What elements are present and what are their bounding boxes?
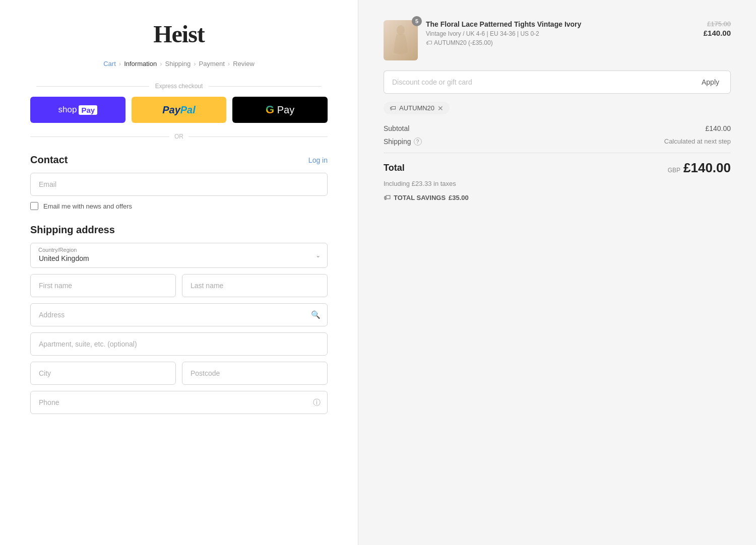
product-prices: £175.00 £140.00 <box>704 20 731 37</box>
breadcrumb-information: Information <box>124 60 157 67</box>
contact-section-header: Contact Log in <box>30 154 328 166</box>
product-row: 5 The Floral Lace Patterned Tights Vinta… <box>384 20 731 60</box>
email-input[interactable] <box>30 173 328 196</box>
postcode-group <box>182 362 328 385</box>
first-name-input[interactable] <box>30 274 176 297</box>
subtotal-line: Subtotal £140.00 <box>384 124 731 132</box>
divider <box>384 153 731 153</box>
savings-tag-icon: 🏷 <box>384 193 391 201</box>
last-name-group <box>182 274 328 297</box>
express-label: Express checkout <box>30 83 328 90</box>
postcode-input[interactable] <box>182 362 328 385</box>
log-in-link[interactable]: Log in <box>308 156 328 164</box>
breadcrumb-cart[interactable]: Cart <box>103 60 116 67</box>
product-discount-tag: 🏷 AUTUMN20 (-£35.00) <box>426 39 696 46</box>
discount-form: Apply <box>384 71 731 94</box>
country-select-group: Country/Region United Kingdom ⌄ <box>30 243 328 268</box>
total-label: Total <box>384 163 405 173</box>
name-row <box>30 274 328 297</box>
svg-point-0 <box>397 25 405 35</box>
express-buttons: shopPay PayPal G Pay <box>30 97 328 123</box>
quantity-badge: 5 <box>412 16 422 26</box>
remove-discount-button[interactable]: ✕ <box>437 105 444 112</box>
discount-tag: 🏷 AUTUMN20 ✕ <box>384 102 450 114</box>
total-value-wrap: GBP £140.00 <box>668 160 731 176</box>
product-image <box>384 20 418 60</box>
country-select[interactable]: United Kingdom <box>30 243 328 268</box>
product-thumbnail <box>391 25 411 55</box>
apartment-input[interactable] <box>30 332 328 356</box>
city-postcode-row <box>30 362 328 385</box>
breadcrumb-payment: Payment <box>199 60 224 67</box>
apartment-field-group <box>30 332 328 356</box>
total-currency: GBP <box>668 167 680 174</box>
product-name: The Floral Lace Patterned Tights Vintage… <box>426 20 696 28</box>
newsletter-label: Email me with news and offers <box>43 202 132 210</box>
breadcrumb-review: Review <box>233 60 255 67</box>
city-input[interactable] <box>30 362 176 385</box>
applied-code: AUTUMN20 <box>399 104 434 112</box>
last-name-input[interactable] <box>182 274 328 297</box>
first-name-group <box>30 274 176 297</box>
shipping-label: Shipping ? <box>384 138 422 146</box>
tag-icon-small: 🏷 <box>390 104 396 112</box>
product-image-wrap: 5 <box>384 20 418 60</box>
price-original: £175.00 <box>704 20 731 28</box>
phone-field-group: ⓘ <box>30 391 328 414</box>
or-divider: OR <box>30 133 328 140</box>
tax-note: Including £23.33 in taxes <box>384 180 731 187</box>
apply-button[interactable]: Apply <box>690 71 731 94</box>
newsletter-row: Email me with news and offers <box>30 202 328 210</box>
shopify-pay-button[interactable]: shopPay <box>30 97 125 123</box>
product-info: The Floral Lace Patterned Tights Vintage… <box>426 20 696 46</box>
email-field-group <box>30 173 328 196</box>
subtotal-value: £140.00 <box>705 124 731 132</box>
newsletter-checkbox[interactable] <box>30 202 38 210</box>
shipping-section-title: Shipping address <box>30 224 328 236</box>
separator: › <box>194 60 196 67</box>
product-variant: Vintage Ivory / UK 4-6 | EU 34-36 | US 0… <box>426 30 696 37</box>
total-value: £140.00 <box>683 160 731 176</box>
logo: Heist <box>30 20 328 48</box>
shipping-line: Shipping ? Calculated at next step <box>384 138 731 146</box>
gpay-button[interactable]: G Pay <box>232 97 328 123</box>
separator: › <box>160 60 162 67</box>
subtotal-label: Subtotal <box>384 124 409 132</box>
left-panel: Heist Cart › Information › Shipping › Pa… <box>0 0 358 545</box>
address-input[interactable] <box>30 303 328 326</box>
separator: › <box>119 60 121 67</box>
shipping-info-icon: ? <box>414 138 422 146</box>
gpay-label: G Pay <box>266 103 294 116</box>
brand-name: Heist <box>153 21 205 47</box>
breadcrumb: Cart › Information › Shipping › Payment … <box>30 60 328 67</box>
city-group <box>30 362 176 385</box>
tag-icon: 🏷 <box>426 39 432 46</box>
discount-input[interactable] <box>384 71 690 94</box>
paypal-button[interactable]: PayPal <box>132 97 227 123</box>
price-current: £140.00 <box>704 29 731 37</box>
search-icon: 🔍 <box>311 310 321 319</box>
paypal-label: PayPal <box>162 104 196 116</box>
address-field-group: 🔍 <box>30 303 328 326</box>
help-icon: ⓘ <box>313 398 321 407</box>
savings-row: 🏷 TOTAL SAVINGS £35.00 <box>384 193 731 201</box>
total-line: Total GBP £140.00 <box>384 160 731 176</box>
separator: › <box>228 60 230 67</box>
shipping-value: Calculated at next step <box>664 138 731 146</box>
shopify-pay-label: shopPay <box>58 105 98 115</box>
savings-label: TOTAL SAVINGS <box>394 194 446 201</box>
contact-title: Contact <box>30 154 68 166</box>
phone-input[interactable] <box>30 391 328 414</box>
savings-value: £35.00 <box>449 194 469 201</box>
discount-tag-row: 🏷 AUTUMN20 ✕ <box>384 102 731 114</box>
right-panel: 5 The Floral Lace Patterned Tights Vinta… <box>358 0 756 545</box>
breadcrumb-shipping: Shipping <box>165 60 191 67</box>
